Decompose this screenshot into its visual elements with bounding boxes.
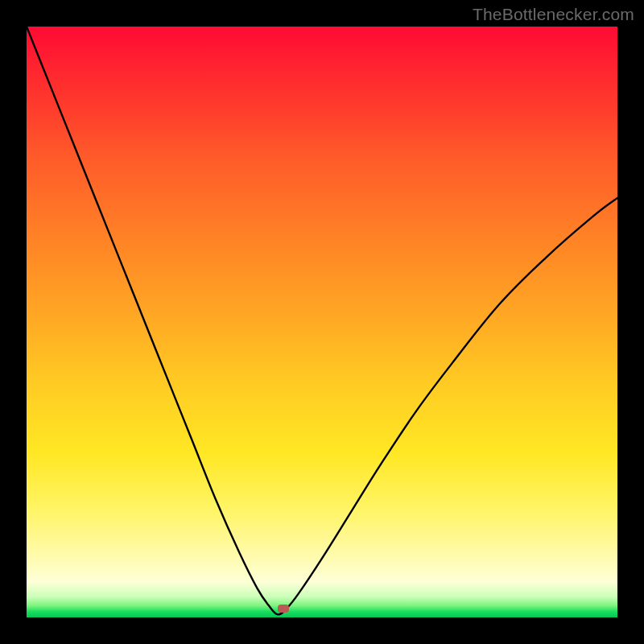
bottleneck-curve [27, 27, 617, 617]
watermark-text: TheBottlenecker.com [473, 5, 634, 24]
chart-frame: TheBottlenecker.com [0, 0, 644, 644]
optimum-marker [278, 605, 289, 613]
plot-area [27, 27, 617, 617]
